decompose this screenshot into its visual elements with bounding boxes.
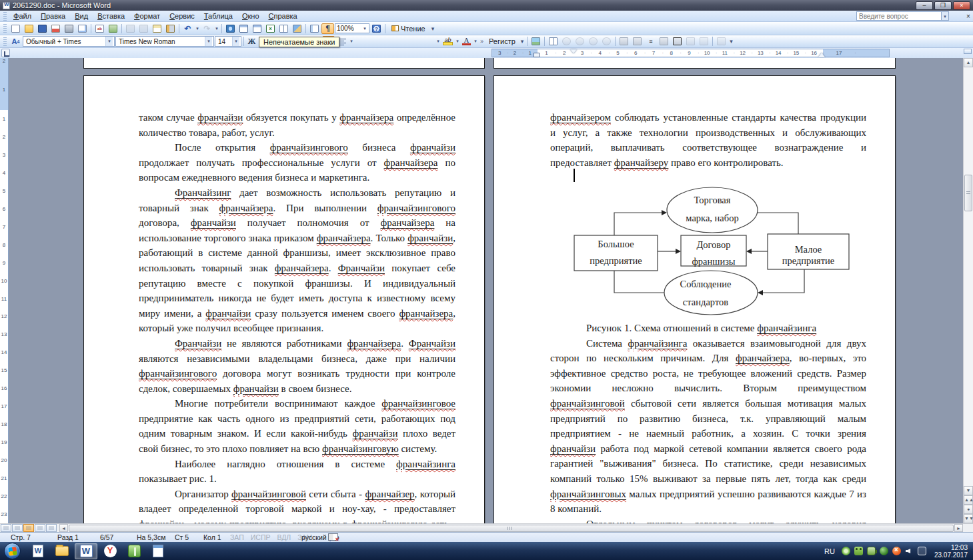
contrast-up-button[interactable] <box>560 36 573 47</box>
reading-view-button[interactable] <box>46 524 57 532</box>
paragraph[interactable]: После открытия франчайзингового бизнеса … <box>139 140 455 185</box>
status-flag[interactable]: ЗАП <box>230 533 244 541</box>
save-button[interactable] <box>36 23 49 34</box>
browse-previous-icon[interactable]: ▲▲ <box>964 495 973 505</box>
paragraph[interactable]: Система франчайзинга оказывается взаимов… <box>550 336 866 517</box>
start-button[interactable] <box>4 543 21 559</box>
horizontal-ruler[interactable]: 321 12345678910111213141516 17 <box>492 49 890 57</box>
color-mode-button[interactable] <box>547 36 560 47</box>
zoom-dropdown-icon[interactable]: ▾ <box>362 26 367 31</box>
help-button[interactable]: ? <box>370 23 383 34</box>
font-dropdown-icon[interactable]: ▾ <box>205 37 212 46</box>
spelling-status-icon[interactable] <box>328 533 338 541</box>
taskbar-explorer-icon[interactable] <box>51 543 73 559</box>
paragraph[interactable]: Многие потребители воспринимают каждое ф… <box>139 396 455 456</box>
tray-green-flower-icon[interactable] <box>842 547 850 555</box>
normal-view-button[interactable] <box>1 524 11 532</box>
columns-button[interactable] <box>277 23 290 34</box>
show-formatting-marks-button[interactable]: ¶ <box>321 23 334 34</box>
page-text[interactable]: Рисунок 1. Схема отношений в системе фра… <box>550 321 866 523</box>
brightness-down-button[interactable] <box>600 36 613 47</box>
tray-frog-icon[interactable] <box>854 547 863 555</box>
styles-pane-button[interactable]: A4 <box>9 36 22 47</box>
print-button[interactable] <box>63 23 75 34</box>
permission-button[interactable] <box>49 23 62 34</box>
list-dropdown-icon[interactable]: ▾ <box>435 39 441 44</box>
hanging-indent-marker[interactable] <box>534 53 540 57</box>
scroll-left-icon[interactable]: ◄ <box>59 524 68 532</box>
menu-item[interactable]: Окно <box>237 11 264 21</box>
more-buttons-icon[interactable]: » <box>479 38 485 45</box>
style-dropdown-icon[interactable]: ▾ <box>105 37 113 46</box>
toolbar-grip[interactable] <box>3 12 7 21</box>
scroll-up-icon[interactable]: ▲ <box>964 58 973 67</box>
highlight-button[interactable]: ab <box>441 36 454 47</box>
toolbar-options-icon[interactable]: ▾ <box>430 25 436 32</box>
copy-button[interactable] <box>137 23 150 34</box>
zoom-combobox[interactable]: 100% ▾ <box>335 23 369 33</box>
tables-borders-button[interactable] <box>237 23 250 34</box>
spelling-button[interactable]: ab <box>93 23 106 34</box>
taskbar-green-app-icon[interactable] <box>123 543 145 559</box>
print-preview-button[interactable] <box>76 23 89 34</box>
reset-picture-button[interactable] <box>715 36 728 47</box>
split-handle[interactable] <box>964 49 972 54</box>
status-flag[interactable]: ИСПР <box>251 533 271 541</box>
insert-table-button[interactable] <box>251 23 263 34</box>
crop-button[interactable] <box>618 36 630 47</box>
first-line-indent-marker[interactable] <box>570 49 577 53</box>
undo-button[interactable]: ↶ <box>181 23 194 34</box>
document-area[interactable]: таком случае франчайзи обязуется покупат… <box>9 58 963 523</box>
paragraph[interactable]: Отдельным пунктом договоров могут служит… <box>550 517 866 523</box>
scroll-down-icon[interactable]: ▼ <box>964 486 973 495</box>
redo-button[interactable]: ↷ <box>201 23 213 34</box>
line-style-button[interactable]: ≡ <box>644 36 657 47</box>
set-transparent-color-button[interactable] <box>698 36 710 47</box>
page-right[interactable]: франчайзером соблюдать установленные ста… <box>494 75 896 523</box>
toolbar-grip[interactable] <box>3 24 7 33</box>
tab-selector-button[interactable] <box>1 49 10 57</box>
drawing-button[interactable] <box>291 23 303 34</box>
horizontal-scrollbar-thumb[interactable] <box>69 525 954 532</box>
reading-mode-button[interactable]: Чтение <box>387 24 429 33</box>
research-button[interactable] <box>107 23 119 34</box>
bold-button[interactable]: Ж <box>246 36 257 47</box>
paragraph[interactable]: Наиболее наглядно отношения в системе фр… <box>139 457 455 487</box>
insert-excel-button[interactable]: x <box>264 23 277 34</box>
tray-battery-icon[interactable] <box>867 547 876 555</box>
paragraph[interactable]: франчайзером соблюдать установленные ста… <box>550 110 866 170</box>
open-button[interactable] <box>23 23 35 34</box>
new-document-button[interactable] <box>9 23 22 34</box>
paragraph[interactable]: Организатор франчайзинговой сети сбыта -… <box>139 487 455 523</box>
menu-item[interactable]: Таблица <box>199 11 237 21</box>
web-layout-view-button[interactable] <box>12 524 23 532</box>
scroll-right-icon[interactable]: ► <box>954 524 963 532</box>
paste-button[interactable] <box>151 23 163 34</box>
menu-item[interactable]: Справка <box>264 11 302 21</box>
register-button[interactable]: Регистр <box>485 37 519 46</box>
vertical-ruler[interactable]: 21 1234567891011121314151617181920212223 <box>0 58 9 523</box>
status-flag[interactable]: ВДЛ <box>277 533 291 541</box>
select-browse-object-icon[interactable]: ● <box>964 505 973 514</box>
style-combobox[interactable]: Обычный + Times ▾ <box>23 36 115 47</box>
horizontal-scrollbar[interactable]: ◄ ► <box>0 523 973 532</box>
right-indent-marker[interactable] <box>818 53 825 57</box>
language-indicator[interactable]: RU <box>824 547 835 555</box>
ask-question-input[interactable] <box>856 11 942 21</box>
figure-caption[interactable]: Рисунок 1. Схема отношений в системе фра… <box>550 321 866 336</box>
menu-item[interactable]: Формат <box>129 11 165 21</box>
brightness-up-button[interactable] <box>587 36 600 47</box>
redo-dropdown-icon[interactable]: ▾ <box>214 26 219 31</box>
font-color-button[interactable]: А <box>461 36 472 47</box>
tray-green-circle-icon[interactable] <box>880 547 888 555</box>
taskbar-word-icon[interactable]: W <box>75 543 97 559</box>
browse-next-icon[interactable]: ▼▼ <box>964 514 973 523</box>
page-text[interactable]: франчайзером соблюдать установленные ста… <box>550 110 866 170</box>
menu-item[interactable]: Сервис <box>165 11 199 21</box>
rotate-left-button[interactable] <box>631 36 644 47</box>
paragraph[interactable]: Франчайзинг дает возможность использоват… <box>139 185 455 336</box>
print-layout-view-button[interactable] <box>23 524 34 532</box>
menu-item[interactable]: Правка <box>36 11 70 21</box>
font-size-combobox[interactable]: 14 ▾ <box>215 36 241 47</box>
taskbar-word-document-icon[interactable]: W <box>27 543 49 559</box>
